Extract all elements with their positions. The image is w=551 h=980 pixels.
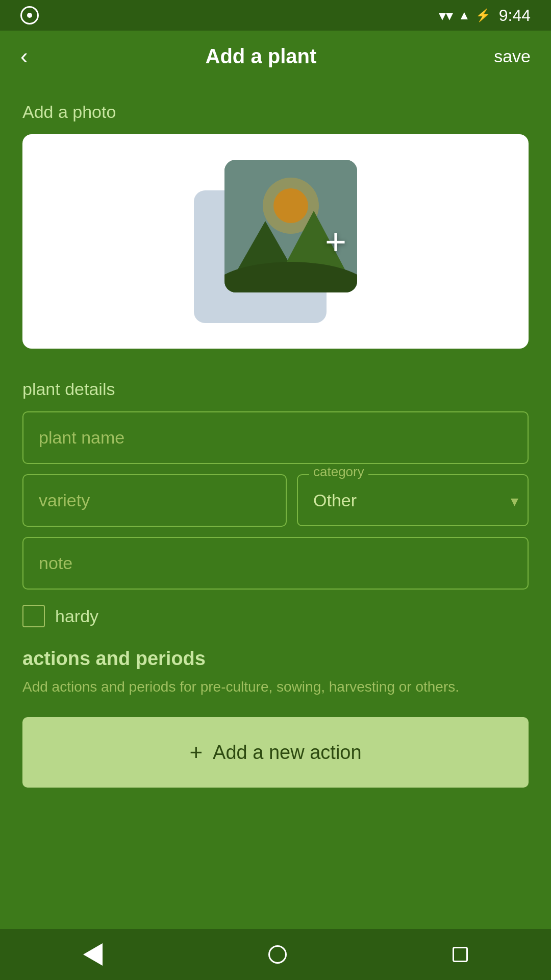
bottom-nav [0,929,551,980]
battery-icon: ⚡ [475,8,491,22]
plant-name-input[interactable] [22,411,529,464]
photo-icon-wrapper: + [194,160,357,323]
hardy-row: hardy [22,605,529,627]
main-content: Add a photo [0,82,551,869]
status-time: 9:44 [499,6,531,25]
photo-plus-icon: + [325,223,346,260]
recent-nav-icon [453,947,468,962]
hardy-label: hardy [55,606,98,626]
actions-title: actions and periods [22,648,529,670]
nav-home-button[interactable] [248,940,307,969]
status-indicator [20,6,39,24]
variety-input[interactable] [22,474,287,527]
category-wrapper: category Other Vegetable Fruit Herb Flow… [297,474,529,527]
add-action-plus-icon: + [189,740,203,765]
nav-back-button[interactable] [63,938,123,971]
add-action-label: Add a new action [213,742,362,764]
actions-section: actions and periods Add actions and peri… [22,648,529,788]
note-input[interactable] [22,537,529,590]
wifi-icon: ▾▾ [439,7,453,24]
category-label: category [309,464,368,480]
nav-recent-button[interactable] [432,942,488,967]
back-nav-icon [83,943,103,966]
variety-category-row: category Other Vegetable Fruit Herb Flow… [22,474,529,527]
plant-details-label: plant details [22,379,529,399]
status-right: ▾▾ ▲ ⚡ 9:44 [439,6,531,25]
actions-subtitle: Add actions and periods for pre-culture,… [22,677,529,697]
status-icons: ▾▾ ▲ ⚡ [439,7,491,24]
top-bar: ‹ Add a plant save [0,31,551,82]
add-action-button[interactable]: + Add a new action [22,717,529,788]
status-bar: ▾▾ ▲ ⚡ 9:44 [0,0,551,31]
hardy-checkbox[interactable] [22,605,45,627]
signal-icon: ▲ [458,8,470,22]
page-title: Add a plant [206,45,317,68]
photo-area[interactable]: + [22,134,529,349]
plant-details-section: plant details category Other Vegetable F… [22,379,529,627]
back-button[interactable]: ‹ [20,43,28,69]
home-nav-icon [268,945,287,964]
svg-point-2 [273,188,308,223]
category-select[interactable]: Other Vegetable Fruit Herb Flower Tree S… [297,474,529,526]
save-button[interactable]: save [494,46,531,66]
add-photo-label: Add a photo [22,102,529,122]
